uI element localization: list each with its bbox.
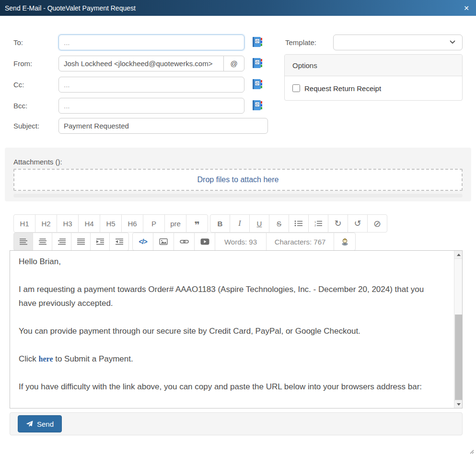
greeting-paragraph: Hello Brian, <box>19 255 443 268</box>
align-right-button[interactable] <box>52 233 71 251</box>
subject-input[interactable] <box>58 118 268 134</box>
indent-icon <box>96 238 104 245</box>
bold-button[interactable]: B <box>210 214 230 233</box>
underline-button[interactable]: U <box>249 214 269 233</box>
svg-text:@: @ <box>255 102 259 106</box>
paragraph-label: P <box>151 220 156 228</box>
svg-text:1: 1 <box>314 221 316 223</box>
blockquote-button[interactable]: ❞ <box>186 214 208 233</box>
outdent-button[interactable] <box>109 233 129 251</box>
align-justify-icon <box>77 238 85 245</box>
h2-button[interactable]: H2 <box>35 214 57 233</box>
resize-handle-icon[interactable] <box>468 448 474 454</box>
insert-link-button[interactable] <box>174 233 195 251</box>
bullet-list-icon <box>294 220 303 227</box>
undo-button[interactable]: ↺ <box>348 214 368 233</box>
close-icon[interactable]: ✕ <box>464 4 469 12</box>
template-select[interactable] <box>333 35 463 50</box>
bcc-input[interactable] <box>58 98 244 114</box>
payment-here-link[interactable]: here <box>39 355 53 363</box>
bcc-label: Bcc: <box>13 98 27 114</box>
bullet-list-button[interactable] <box>289 214 309 233</box>
align-left-button[interactable] <box>13 233 33 251</box>
difficulty-paragraph: If you have difficulty with the link abo… <box>19 380 443 394</box>
template-label: Template: <box>285 35 316 50</box>
return-receipt-checkbox[interactable] <box>292 84 300 92</box>
send-button[interactable]: Send <box>18 415 62 432</box>
align-center-button[interactable] <box>33 233 52 251</box>
blockquote-icon: ❞ <box>194 219 199 228</box>
from-input[interactable] <box>58 56 224 71</box>
clear-format-button[interactable]: ⊘ <box>367 214 387 233</box>
h4-button[interactable]: H4 <box>78 214 100 233</box>
underline-icon: U <box>257 220 262 228</box>
editor-scrollbar[interactable] <box>454 251 462 408</box>
dialog-footer: Send <box>10 412 463 435</box>
h1-button[interactable]: H1 <box>13 214 35 233</box>
request-paragraph: I am requesting a payment towards Order#… <box>19 282 443 310</box>
h1-label: H1 <box>20 220 29 228</box>
link-icon <box>180 238 189 245</box>
scroll-up-button[interactable] <box>454 251 463 259</box>
redo-icon: ↻ <box>334 218 341 229</box>
to-input[interactable] <box>58 35 244 50</box>
bcc-addressbook-button[interactable]: @ <box>253 100 263 111</box>
attachments-label: Attachments (): <box>13 158 62 166</box>
scroll-up-icon <box>457 254 461 256</box>
strikethrough-button[interactable]: S <box>269 214 289 233</box>
word-count: Words: 93 <box>215 233 267 251</box>
h3-label: H3 <box>63 220 72 228</box>
clear-format-icon: ⊘ <box>373 218 381 229</box>
cc-input[interactable] <box>58 77 244 93</box>
image-icon <box>159 238 168 245</box>
svg-text:@: @ <box>255 81 259 85</box>
options-panel: Options Request Return Receipt <box>284 54 463 101</box>
to-addressbook-button[interactable]: @ <box>253 36 263 48</box>
align-right-icon <box>58 238 66 245</box>
insert-image-button[interactable] <box>153 233 174 251</box>
italic-button[interactable]: I <box>230 214 250 233</box>
scrollbar-thumb[interactable] <box>455 315 462 400</box>
email-body-editor[interactable]: Hello Brian, I am requesting a payment t… <box>10 251 462 408</box>
at-icon: @ <box>230 59 237 68</box>
attachment-progress-track <box>13 194 463 198</box>
scroll-down-button[interactable] <box>454 400 463 408</box>
h6-button[interactable]: H6 <box>121 214 143 233</box>
redo-button[interactable]: ↻ <box>328 214 348 233</box>
click-paragraph: Click here to Submit a Payment. <box>19 352 443 366</box>
h3-button[interactable]: H3 <box>57 214 79 233</box>
options-header: Options <box>285 55 462 76</box>
attachments-dropzone[interactable]: Drop files to attach here <box>13 169 463 191</box>
undo-icon: ↺ <box>354 218 361 229</box>
pre-button[interactable]: pre <box>164 214 186 233</box>
emoji-button[interactable] <box>334 233 356 251</box>
indent-button[interactable] <box>90 233 110 251</box>
subject-label: Subject: <box>13 118 39 134</box>
h6-label: H6 <box>128 220 137 228</box>
from-at-button[interactable]: @ <box>223 56 244 71</box>
to-label: To: <box>13 35 23 50</box>
paragraph-button[interactable]: P <box>143 214 165 233</box>
send-email-dialog: Send E-Mail - QuoteValet Payment Request… <box>0 0 476 455</box>
pre-label: pre <box>170 220 181 228</box>
numbered-list-button[interactable]: 1 2 <box>308 214 328 233</box>
outdent-icon <box>115 238 124 245</box>
attachments-section: Attachments (): Drop files to attach her… <box>5 148 471 201</box>
payment-methods-paragraph: You can provide payment through our secu… <box>19 324 443 338</box>
address-book-icon: @ <box>253 100 263 111</box>
dialog-title: Send E-Mail - QuoteValet Payment Request <box>5 4 136 12</box>
h5-button[interactable]: H5 <box>100 214 122 233</box>
send-plane-icon <box>26 420 33 428</box>
video-icon <box>200 238 209 245</box>
align-left-icon <box>19 238 28 245</box>
from-addressbook-button[interactable]: @ <box>253 58 263 69</box>
address-book-icon: @ <box>253 79 263 90</box>
align-justify-button[interactable] <box>71 233 91 251</box>
payment-url-text: https://aspiretechnologies.quotevalet.co… <box>19 408 443 408</box>
character-count: Characters: 767 <box>266 233 334 251</box>
code-view-button[interactable]: </> <box>132 233 153 251</box>
cc-addressbook-button[interactable]: @ <box>253 79 263 90</box>
h4-label: H4 <box>84 220 93 228</box>
email-body-container: Hello Brian, I am requesting a payment t… <box>10 250 463 408</box>
insert-video-button[interactable] <box>194 233 215 251</box>
